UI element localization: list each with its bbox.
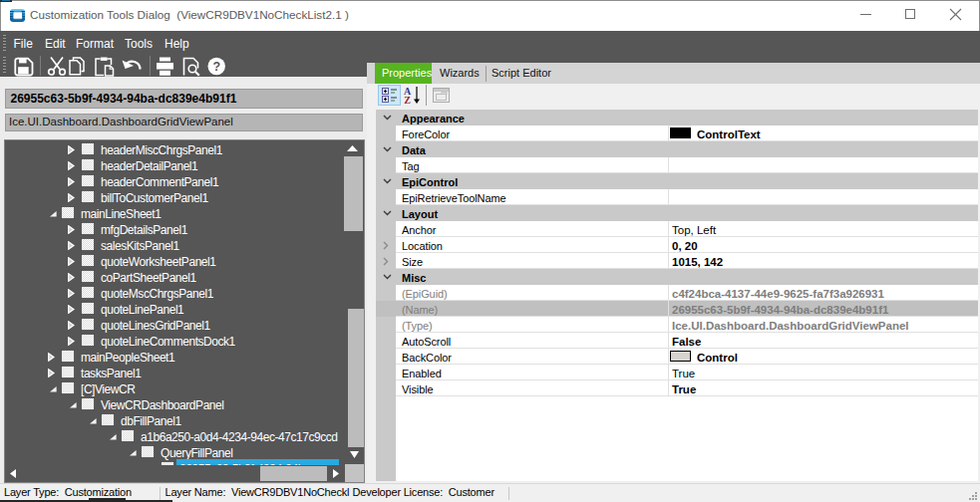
svg-text:?: ? <box>212 60 220 74</box>
svg-text:Z: Z <box>404 95 411 106</box>
